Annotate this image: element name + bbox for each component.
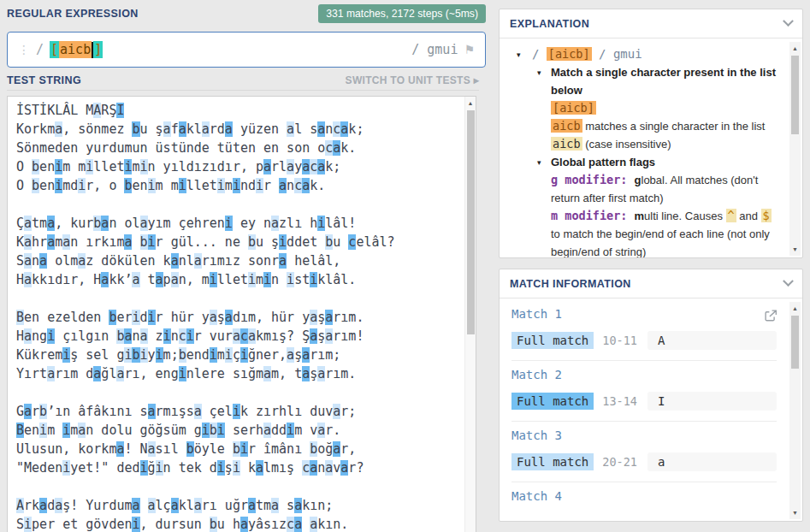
charclass-close-bracket[interactable]: ] xyxy=(93,41,103,58)
collapse-chevron-icon[interactable] xyxy=(783,275,794,287)
match-highlight: a xyxy=(225,121,233,137)
match-highlight: a xyxy=(271,498,279,513)
match-highlight: a xyxy=(279,253,287,269)
scrollbar-thumb[interactable] xyxy=(791,56,799,134)
collapse-chevron-icon[interactable] xyxy=(783,15,794,27)
match-highlight: i xyxy=(124,159,132,174)
match-highlight: a xyxy=(271,216,279,231)
test-string-line[interactable]: Arkadaş! Yurduma alçakları uğratma sakın… xyxy=(16,496,460,515)
regex-input[interactable]: ⋮ / [aicb] / gmui ⚑ xyxy=(7,32,486,68)
triangle-down-icon[interactable]: ▾ xyxy=(537,64,541,82)
match-highlight: a xyxy=(333,140,340,156)
charclass-open-bracket[interactable]: [ xyxy=(50,41,59,58)
scroll-up-button[interactable]: ▲ xyxy=(789,302,801,315)
match-label[interactable]: Match 3 xyxy=(511,429,777,442)
explanation-line[interactable]: aicb matches a single character in the l… xyxy=(508,117,780,153)
match-highlight: a xyxy=(47,216,55,231)
explanation-scrollbar[interactable]: ▲ ▼ xyxy=(789,42,801,256)
scroll-up-button[interactable]: ▲ xyxy=(789,42,801,55)
test-string-line[interactable] xyxy=(16,477,460,496)
test-string-line[interactable]: Benim iman dolu göğsüm gibi serhaddim va… xyxy=(16,421,460,440)
test-string-line[interactable]: Hakkıdır, Hakk’a tapan, milletimin istik… xyxy=(16,270,460,289)
test-string-line[interactable]: Sönmeden yurdumun üstünde tüten en son o… xyxy=(16,139,460,157)
match-row: Full match13-14I xyxy=(511,392,777,411)
explanation-line[interactable]: ▾Match a single character present in the… xyxy=(508,63,780,99)
scrollbar-thumb[interactable] xyxy=(791,316,799,369)
match-highlight: A xyxy=(93,103,101,118)
test-string-line[interactable]: Sana olmaz dökülen kanlarımız sonra helâ… xyxy=(16,251,460,270)
match-highlight: b xyxy=(233,441,240,457)
match-label[interactable]: Match 4 xyxy=(511,489,777,503)
test-string-content[interactable]: İSTİKLÂL MARŞIKorkma, sönmez bu şafaklar… xyxy=(8,97,464,532)
match-steps-badge[interactable]: 331 matches, 2172 steps (~5ms) xyxy=(318,4,486,23)
explanation-line[interactable]: [aicb] xyxy=(508,99,780,117)
match-info-scrollbar[interactable]: ▲ ▼ xyxy=(789,302,801,519)
explanation-segment: ulti line. Causes xyxy=(644,210,725,222)
regex-flags-area[interactable]: / gmui ⚑ xyxy=(411,42,475,57)
match-highlight: b xyxy=(248,234,256,250)
match-highlight: a xyxy=(156,272,163,287)
explanation-line[interactable]: ▾/ [aicb] / gmui xyxy=(508,45,780,63)
explanation-body: ▾/ [aicb] / gmui▾Match a single characte… xyxy=(500,38,802,258)
test-string-line[interactable]: Ulusun, korkma! Nasıl böyle bir îmânı bo… xyxy=(16,440,460,458)
match-information-header: MATCH INFORMATION xyxy=(500,269,802,299)
match-entry[interactable]: Match 4 xyxy=(511,482,777,522)
match-highlight: i xyxy=(86,159,93,174)
match-highlight: c xyxy=(310,159,317,174)
test-string-scrollbar[interactable]: ▲ xyxy=(464,97,476,532)
match-entry[interactable]: Match 1Full match10-11A xyxy=(511,300,777,360)
match-value: I xyxy=(647,392,777,411)
match-highlight: b xyxy=(310,441,317,457)
match-highlight: i xyxy=(179,178,186,193)
match-highlight: c xyxy=(348,234,356,250)
match-highlight: a xyxy=(116,441,124,457)
match-highlight: I xyxy=(116,103,124,118)
page: { "colors":{ "navy":"#2d4471","badge-gre… xyxy=(0,0,810,532)
scrollbar-thumb[interactable] xyxy=(467,110,475,334)
match-highlight: B xyxy=(16,423,24,438)
explanation-line[interactable]: m modifier: multi line. Causes ^ and $ t… xyxy=(508,207,780,258)
test-string-line[interactable]: Garb’ın âfâkını sarmışsa çelik zırhlı du… xyxy=(16,402,460,421)
test-string-line[interactable] xyxy=(16,289,460,308)
match-highlight: i xyxy=(287,423,294,438)
test-string-line[interactable]: Ben ezelden beridir hür yaşadım, hür yaş… xyxy=(16,308,460,327)
test-string-line[interactable]: Korkma, sönmez bu şafaklarda yüzen al sa… xyxy=(16,120,460,139)
triangle-down-icon[interactable]: ▾ xyxy=(537,154,541,172)
export-matches-icon[interactable] xyxy=(764,309,778,327)
match-highlight: i xyxy=(210,347,217,363)
explanation-line[interactable]: ▾Global pattern flags xyxy=(508,153,780,171)
test-string-line[interactable] xyxy=(16,195,460,214)
explanation-title: EXPLANATION xyxy=(510,18,589,30)
explanation-line[interactable]: g modifier: global. All matches (don't r… xyxy=(508,171,780,207)
scroll-down-button[interactable]: ▼ xyxy=(789,506,801,519)
charclass-body[interactable]: aicb xyxy=(59,41,92,58)
test-string-line[interactable]: Kahraman ırkıma bir gül... ne bu şiddet … xyxy=(16,233,460,251)
triangle-down-icon[interactable]: ▾ xyxy=(517,46,521,64)
match-highlight: i xyxy=(256,178,263,193)
scroll-up-button[interactable]: ▲ xyxy=(465,97,476,109)
explanation-segment: Match a single character present in the … xyxy=(551,66,776,97)
match-label[interactable]: Match 1 xyxy=(511,307,777,321)
test-string-editor[interactable]: İSTİKLÂL MARŞIKorkma, sönmez bu şafaklar… xyxy=(7,96,476,532)
switch-to-unit-tests-link[interactable]: SWITCH TO UNIT TESTS ▸ xyxy=(346,74,479,86)
test-string-line[interactable]: Yırtarım dağları, enginlere sığmam, taşa… xyxy=(16,364,460,383)
regex-close-delimiter: / gmui xyxy=(411,42,458,57)
test-string-line[interactable]: Kükremiş sel gibiyim;bendimiçiğner,aşarı… xyxy=(16,346,460,364)
triangle-right-icon: ▸ xyxy=(474,74,479,86)
test-string-line[interactable]: Siper et gövdeni, dursun bu hayâsızca ak… xyxy=(16,515,460,532)
test-string-line[interactable]: İSTİKLÂL MARŞI xyxy=(16,101,460,120)
match-highlight: a xyxy=(287,347,294,363)
test-string-line[interactable] xyxy=(16,383,460,402)
match-label[interactable]: Match 2 xyxy=(511,368,777,381)
match-entry[interactable]: Match 2Full match13-14I xyxy=(511,360,777,421)
test-string-line[interactable]: Çatma, kurban olayım çehreni ey nazlı hi… xyxy=(16,214,460,233)
flags-flag-icon[interactable]: ⚑ xyxy=(464,43,475,56)
test-string-line[interactable]: "Medeniyet!" dediğin tek dişi kalmış can… xyxy=(16,458,460,477)
match-highlight: a xyxy=(148,404,156,419)
test-string-line[interactable]: Hangi çılgın bana zincir vuracakmış? Şaş… xyxy=(16,327,460,346)
test-string-line[interactable]: O benimdir, o benim milletimindir ancak. xyxy=(16,176,460,195)
match-entry[interactable]: Match 3Full match20-21a xyxy=(511,421,777,482)
test-string-line[interactable]: O benim milletimin yıldızıdır, parlayaca… xyxy=(16,157,460,176)
drag-grip-icon[interactable]: ⋮ xyxy=(18,43,30,56)
scroll-down-button[interactable]: ▼ xyxy=(789,243,801,256)
